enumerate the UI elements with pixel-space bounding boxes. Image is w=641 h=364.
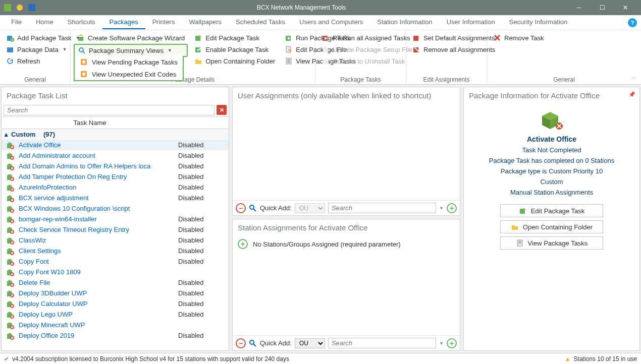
task-row[interactable]: BCX Windows 10 Configuration \script [2,203,229,214]
col-header-status[interactable] [178,117,229,129]
task-row[interactable]: Deploy Lego UWPDisabled [2,309,229,320]
task-row[interactable]: Add Domain Admins to Offer RA Helpers lo… [2,161,229,171]
task-row[interactable]: AzureInfoProtectionDisabled [2,182,229,193]
remove-task-button[interactable]: Remove Task [490,32,638,43]
col-header-name[interactable]: Task Name [2,117,178,129]
task-icon [2,184,19,192]
info-line-1: Task Not Completed [522,146,581,154]
view-exit-codes-item[interactable]: View Unexpected Exit Codes [75,68,183,80]
package-summary-views-button[interactable]: Package Summary Views▼ View Pending Pack… [74,44,188,57]
task-row[interactable]: Activate OfficeDisabled [2,140,229,150]
task-row[interactable]: ClassWizDisabled [2,235,229,246]
close-button[interactable]: ✕ [614,0,637,15]
task-row[interactable]: Delete FileDisabled [2,277,229,288]
info-view-tasks-button[interactable]: View Package Tasks [500,236,603,250]
info-line-3: Package type is Custom Priority 10 [501,167,603,175]
station-quickadd-select[interactable]: OU [295,338,325,348]
task-row[interactable]: Check Service Timeout Registry EntryDisa… [2,224,229,235]
task-icon [2,194,19,202]
user-search-icon[interactable] [249,204,257,212]
menu-station-information[interactable]: Station Information [370,16,440,29]
collapse-ribbon-button[interactable]: ︿ [630,73,638,81]
enable-package-task-button[interactable]: Enable Package Task [191,44,278,55]
menu-home[interactable]: Home [29,16,61,29]
station-inline-add-icon[interactable]: + [238,239,248,249]
help-icon[interactable]: ? [628,18,637,27]
pin-icon[interactable]: 📌 [628,91,635,98]
menu-wallpapers[interactable]: Wallpapers [182,16,229,29]
task-search-input[interactable] [4,105,215,115]
edit-package-task-button[interactable]: Edit Package Task [191,32,278,43]
maximize-button[interactable]: ☐ [591,0,614,15]
svg-line-131 [253,344,256,346]
menu-user-information[interactable]: User Information [440,16,502,29]
task-row[interactable]: bomgar-rep-win64-installerDisabled [2,214,229,224]
station-add-button[interactable]: + [447,338,457,348]
task-row[interactable]: Deploy 3DBuilder UWPDisabled [2,288,229,298]
ribbon-group-general: General [3,75,67,83]
remove-all-assignments-button[interactable]: Remove all Assignments [409,44,484,55]
station-remove-button[interactable]: − [236,338,246,348]
svg-rect-28 [413,36,418,41]
user-quickadd-search[interactable] [328,203,436,213]
task-row[interactable]: Deploy Minecraft UWP [2,320,229,330]
task-icon [2,205,19,213]
task-row[interactable]: Deploy Calculator UWPDisabled [2,298,229,309]
update-icon [322,45,330,53]
menu-users-and-computers[interactable]: Users and Computers [292,16,370,29]
user-add-button[interactable]: + [447,203,457,213]
menu-packages[interactable]: Packages [102,16,145,29]
station-quickadd-search[interactable] [328,338,436,348]
task-icon [2,215,19,223]
refresh-icon [6,57,14,65]
user-remove-button[interactable]: − [236,203,246,213]
status-stations: Stations 10 of 15 in use [574,355,637,362]
station-search-icon[interactable] [249,339,257,347]
info-open-folder-button[interactable]: Open Containing Folder [500,220,603,233]
task-row[interactable]: Add Tamper Protection On Reg EntryDisabl… [2,171,229,182]
svg-point-14 [82,73,85,76]
task-icon [2,141,19,149]
convert-icon [322,57,330,65]
task-list-title: Package Task List [2,87,229,104]
menu-security-information[interactable]: Security Information [502,16,575,29]
create-wizard-button[interactable]: Create Software Package Wizard [74,32,188,43]
task-row[interactable]: Copy Font W10 1809 [2,267,229,277]
menu-shortcuts[interactable]: Shortcuts [61,16,102,29]
menu-scheduled-tasks[interactable]: Scheduled Tasks [229,16,292,29]
task-row[interactable]: Copy FontDisabled [2,256,229,267]
menu-file[interactable]: File [4,16,29,29]
collapse-icon: ▴ [5,131,8,138]
task-icon [2,321,19,329]
user-quickadd-select[interactable]: OU [295,203,325,213]
task-name: bomgar-rep-win64-installer [19,215,178,223]
station-assignments-title: Station Assignments for Activate Office [233,219,460,236]
view-pending-tasks-item[interactable]: View Pending Package Tasks [75,56,183,68]
task-row[interactable]: Deploy Office 2019Disabled [2,330,229,341]
rerun-tasks-button[interactable]: Re Run all Assigned Tasks [318,32,403,43]
minimize-button[interactable]: ─ [567,0,591,15]
task-group-row[interactable]: ▴ Custom (97) [2,129,229,140]
task-row[interactable]: Client SettingsDisabled [2,246,229,256]
clear-search-button[interactable]: ✕ [217,105,227,115]
package-data-button[interactable]: Package Data▼ [3,44,67,55]
task-status: Disabled [178,247,229,255]
convert-uninstall-button[interactable]: Convert to Uninstall Task [318,55,403,67]
menu-printers[interactable]: Printers [145,16,182,29]
task-row[interactable]: BCX service adjustmentDisabled [2,193,229,203]
svg-point-128 [250,205,254,209]
set-default-assignments-button[interactable]: Set Default Assignments [409,32,484,43]
task-icon [2,162,19,170]
task-row[interactable]: Add Administrator accountDisabled [2,150,229,161]
add-package-task-button[interactable]: +Add Package Task▼ [3,32,67,43]
info-edit-task-button[interactable]: Edit Package Task [500,204,603,217]
task-name: Deploy Calculator UWP [19,299,178,308]
refresh-button[interactable]: Refresh [3,55,67,67]
app-icon-3 [28,4,35,11]
task-name: Activate Office [19,141,178,149]
open-folder-button[interactable]: Open Containing Folder [191,55,278,67]
run-icon [285,34,293,42]
update-setup-file-button[interactable]: Update Package Setup File [318,44,403,55]
task-table[interactable]: Task Name ▴ Custom (97) Activate OfficeD… [2,116,229,350]
task-icon [2,311,19,319]
